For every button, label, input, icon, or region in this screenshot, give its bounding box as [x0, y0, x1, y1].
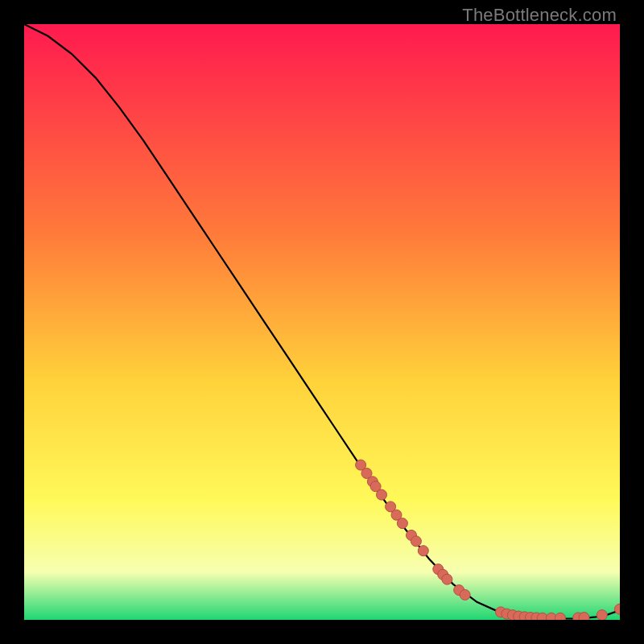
plot-area: [24, 24, 620, 620]
chart-overlay: [24, 24, 620, 620]
data-marker: [579, 613, 589, 620]
data-marker: [555, 613, 566, 620]
watermark-text: TheBottleneck.com: [462, 5, 617, 26]
data-marker: [418, 546, 428, 556]
data-marker: [442, 574, 452, 584]
data-marker: [460, 589, 470, 600]
data-marker: [411, 536, 421, 547]
curve-line: [24, 24, 620, 619]
frame: TheBottleneck.com: [0, 0, 644, 644]
data-marker: [397, 518, 407, 529]
data-marker: [597, 610, 607, 620]
data-marker: [377, 489, 387, 500]
